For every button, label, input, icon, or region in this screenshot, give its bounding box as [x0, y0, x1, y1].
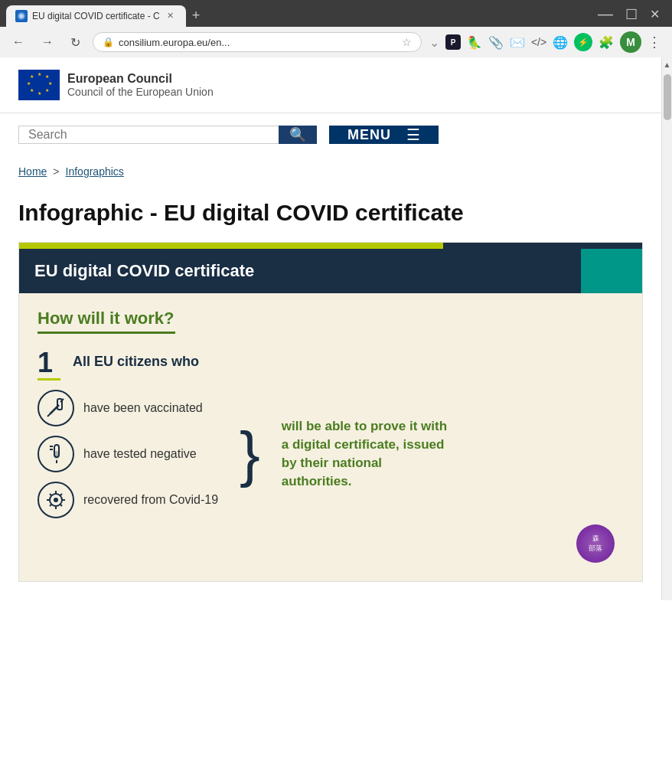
condition-item: recovered from Covid-19	[38, 482, 218, 518]
brace-symbol: }	[240, 423, 260, 485]
search-bar-area: 🔍 MENU ☰	[0, 113, 661, 156]
extension-3[interactable]: 📎	[488, 34, 504, 50]
profile-button[interactable]: M	[620, 31, 641, 53]
result-text: will be able to prove it with a digital …	[282, 390, 450, 518]
site-header: ★ ★ ★ ★ ★ ★ ★ ★ European Council Council	[0, 57, 661, 113]
how-will-title: How will it work?	[38, 309, 624, 328]
watermark-area: 森 部落	[38, 518, 624, 566]
scrollbar-thumb[interactable]	[664, 74, 671, 120]
svg-line-27	[60, 504, 62, 506]
svg-line-14	[47, 414, 50, 416]
scrollbar-up[interactable]: ▲	[662, 57, 673, 71]
test-icon	[44, 442, 68, 466]
svg-text:★: ★	[45, 74, 49, 79]
extension-5[interactable]: </>	[531, 34, 546, 50]
condition-icon-3	[38, 482, 74, 518]
infographic-header-title: EU digital COVID certificate	[34, 261, 254, 280]
eu-citizens-block: have been vaccinated	[38, 390, 624, 518]
close-window-button[interactable]: ✕	[650, 7, 660, 21]
svg-text:★: ★	[38, 72, 41, 77]
infographic-body: How will it work? 1 All EU citizens who	[19, 293, 642, 581]
down-arrow-icon[interactable]: ⌄	[429, 35, 439, 50]
step-label: All EU citizens who	[73, 349, 199, 370]
svg-text:★: ★	[45, 88, 49, 93]
infographic-title-area: EU digital COVID certificate	[19, 249, 642, 293]
active-tab[interactable]: EU digital COVID certificate - C ✕	[6, 5, 186, 27]
minimize-button[interactable]: —	[598, 5, 613, 23]
condition-icon-2	[38, 436, 74, 472]
condition-item: have been vaccinated	[38, 390, 218, 426]
svg-text:★: ★	[48, 81, 52, 86]
menu-label: MENU	[347, 127, 391, 143]
step-number: 1	[38, 349, 60, 377]
vaccine-icon	[44, 396, 68, 420]
extension-7[interactable]: ⚡	[574, 33, 592, 51]
yellow-bar	[19, 243, 443, 249]
page-title: Infographic - EU digital COVID certifica…	[0, 187, 661, 242]
lock-icon: 🔒	[103, 37, 114, 47]
breadcrumb: Home > Infographics	[0, 156, 661, 187]
eu-flag: ★ ★ ★ ★ ★ ★ ★ ★	[18, 70, 60, 100]
condition-text-3: recovered from Covid-19	[83, 493, 218, 507]
search-input[interactable]	[28, 128, 269, 142]
forward-button[interactable]: →	[37, 34, 58, 51]
svg-line-28	[60, 494, 62, 496]
address-input[interactable]: 🔒 consilium.europa.eu/en... ☆	[93, 32, 422, 52]
svg-line-29	[50, 504, 52, 506]
tab-favicon	[15, 10, 28, 22]
search-button[interactable]: 🔍	[279, 126, 317, 144]
reload-button[interactable]: ↻	[66, 34, 85, 51]
new-tab-button[interactable]: +	[189, 5, 204, 27]
covid-icon	[44, 488, 68, 512]
browser-menu-button[interactable]: ⋮	[648, 34, 661, 51]
svg-point-21	[54, 498, 58, 502]
address-bar: ← → ↻ 🔒 consilium.europa.eu/en... ☆ ⌄ P …	[0, 27, 672, 57]
condition-text-1: have been vaccinated	[83, 401, 203, 415]
back-button[interactable]: ←	[8, 34, 29, 51]
section-underline	[38, 332, 175, 334]
extensions-bar: ⌄ P 🦜 📎 ✉️ </> 🌐 ⚡ 🧩 M ⋮	[429, 31, 664, 53]
breadcrumb-home[interactable]: Home	[18, 165, 47, 178]
breadcrumb-separator: >	[53, 165, 59, 178]
search-wrapper	[18, 126, 279, 144]
svg-rect-16	[54, 451, 59, 459]
step-row: 1 All EU citizens who	[38, 349, 624, 381]
watermark-line2: 部落	[589, 544, 602, 554]
svg-point-1	[19, 14, 24, 18]
extension-2[interactable]: 🦜	[467, 34, 482, 50]
breadcrumb-current[interactable]: Infographics	[66, 165, 124, 178]
eu-flag-svg: ★ ★ ★ ★ ★ ★ ★ ★	[18, 70, 60, 100]
watermark-line1: 森	[592, 534, 599, 544]
condition-item: have tested negative	[38, 436, 218, 472]
brace-area: }	[233, 390, 266, 518]
svg-text:★: ★	[30, 74, 34, 79]
menu-button[interactable]: MENU ☰	[329, 126, 439, 144]
condition-icon-1	[38, 390, 74, 426]
svg-line-26	[50, 494, 52, 496]
url-text: consilium.europa.eu/en...	[119, 37, 397, 48]
tab-close-button[interactable]: ✕	[165, 10, 177, 22]
eu-logo: ★ ★ ★ ★ ★ ★ ★ ★ European Council Council	[18, 70, 214, 100]
extension-1[interactable]: P	[445, 34, 461, 50]
tab-title: EU digital COVID certificate - C	[32, 11, 160, 21]
extension-8[interactable]: 🧩	[599, 34, 614, 50]
org-line1: European Council	[67, 72, 214, 86]
page-wrapper: ★ ★ ★ ★ ★ ★ ★ ★ European Council Council	[0, 57, 672, 600]
scrollbar-track[interactable]: ▲	[661, 57, 672, 600]
infographic: EU digital COVID certificate How will it…	[18, 242, 643, 582]
step-number-block: 1	[38, 349, 60, 381]
svg-text:★: ★	[30, 88, 34, 93]
condition-text-2: have tested negative	[83, 447, 197, 461]
extension-6[interactable]: 🌐	[553, 34, 568, 50]
watermark-badge: 森 部落	[576, 524, 615, 563]
hamburger-icon: ☰	[406, 126, 420, 144]
browser-chrome: EU digital COVID certificate - C ✕ + — ☐…	[0, 0, 672, 57]
conditions-list: have been vaccinated	[38, 390, 218, 518]
org-line2: Council of the European Union	[67, 86, 214, 98]
svg-text:★: ★	[38, 91, 41, 96]
maximize-button[interactable]: ☐	[625, 6, 638, 23]
search-icon: 🔍	[289, 126, 306, 143]
bookmark-icon[interactable]: ☆	[402, 36, 412, 48]
step-number-underline	[38, 378, 60, 381]
extension-4[interactable]: ✉️	[510, 34, 525, 50]
